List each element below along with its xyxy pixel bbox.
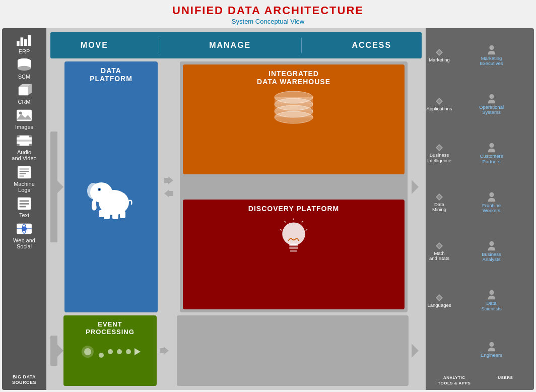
svg-point-61 bbox=[117, 349, 122, 354]
rp-row-marketing: Marketing MarketingExecutives bbox=[428, 31, 532, 79]
svg-point-47 bbox=[275, 111, 313, 123]
rp-footer: ANALYTIC TOOLS & APPS USERS bbox=[428, 374, 532, 387]
svg-rect-22 bbox=[20, 171, 29, 172]
svg-point-62 bbox=[126, 349, 131, 354]
svg-rect-1 bbox=[21, 37, 24, 46]
rp-user-math: BusinessAnalysts bbox=[452, 240, 531, 263]
bottom-row: EVENT PROCESSING bbox=[50, 315, 422, 386]
svg-rect-2 bbox=[24, 39, 27, 46]
sidebar-label-crm: CRM bbox=[18, 99, 30, 105]
svg-point-72 bbox=[489, 143, 494, 148]
rp-user-label-customers: CustomersPartners bbox=[480, 154, 503, 164]
svg-rect-24 bbox=[20, 175, 24, 176]
svg-rect-3 bbox=[28, 35, 31, 46]
main-container: UNIFIED DATA ARCHITECTURE System Concept… bbox=[0, 0, 536, 392]
rp-tool-datamining: DataMining bbox=[429, 192, 450, 213]
svg-rect-26 bbox=[20, 200, 29, 202]
user-icon-customers bbox=[486, 142, 497, 153]
svg-rect-18 bbox=[29, 144, 32, 146]
user-icon-business-analysts bbox=[486, 240, 497, 251]
sidebar-footer-text: BIG DATA SOURCES bbox=[12, 374, 36, 385]
header: UNIFIED DATA ARCHITECTURE System Concept… bbox=[0, 0, 536, 26]
diamond-datamining-icon bbox=[434, 192, 445, 202]
divider-1 bbox=[159, 38, 159, 53]
svg-rect-20 bbox=[18, 166, 31, 178]
rp-user-marketing: MarketingExecutives bbox=[452, 44, 531, 67]
rp-user-label-business-analysts: BusinessAnalysts bbox=[482, 252, 501, 263]
sidebar-item-text: Text bbox=[15, 196, 33, 218]
rp-user-label-operational: OperationalSystems bbox=[479, 105, 504, 115]
bar-chart-icon bbox=[15, 32, 33, 47]
sidebar-item-audio-video: Audioand Video bbox=[12, 133, 36, 161]
main-title: UNIFIED DATA ARCHITECTURE bbox=[0, 4, 536, 17]
rp-label-math: Mathand Stats bbox=[429, 251, 449, 262]
rp-label-bi: BusinessIntelligence bbox=[427, 153, 451, 163]
svg-point-48 bbox=[282, 222, 305, 245]
svg-point-60 bbox=[108, 349, 113, 354]
diamond-bi-icon bbox=[434, 143, 445, 152]
svg-point-7 bbox=[18, 58, 31, 63]
rp-user-applications: OperationalSystems bbox=[452, 93, 531, 115]
rp-label-languages: Languages bbox=[427, 303, 451, 308]
svg-point-58 bbox=[84, 348, 91, 355]
svg-point-36 bbox=[98, 189, 100, 190]
rp-tool-applications: Applications bbox=[429, 97, 450, 111]
discovery-panel: DISCOVERY PLATFORM bbox=[183, 200, 405, 309]
svg-point-6 bbox=[18, 66, 31, 71]
rp-user-label-marketing-exec: MarketingExecutives bbox=[480, 56, 503, 67]
sidebar-label-web-social: Web andSocial bbox=[13, 237, 35, 249]
rp-row-math: Mathand Stats BusinessAnalysts bbox=[428, 227, 532, 275]
right-panel: Marketing MarketingExecutives bbox=[426, 28, 534, 390]
divider-2 bbox=[301, 38, 302, 53]
rp-label-applications: Applications bbox=[426, 106, 452, 111]
svg-rect-15 bbox=[17, 136, 20, 138]
svg-rect-17 bbox=[17, 144, 20, 146]
svg-rect-0 bbox=[17, 41, 20, 46]
svg-rect-21 bbox=[20, 168, 29, 169]
svg-rect-8 bbox=[19, 87, 28, 96]
sidebar-item-web-social: Web andSocial bbox=[13, 221, 35, 249]
data-platform-label: DATA PLATFORM bbox=[70, 67, 153, 83]
center-content: MOVE MANAGE ACCESS DATA bbox=[46, 28, 426, 390]
rp-user-label-frontline: FrontlineWorkers bbox=[482, 203, 501, 214]
svg-rect-28 bbox=[20, 206, 26, 207]
svg-rect-16 bbox=[29, 136, 32, 138]
svg-rect-39 bbox=[120, 211, 125, 218]
rp-tool-languages: Languages bbox=[429, 293, 450, 308]
svg-rect-27 bbox=[20, 203, 29, 205]
log-icon bbox=[15, 165, 33, 180]
bulb-icon bbox=[276, 218, 311, 260]
sidebar-item-machine-logs: MachineLogs bbox=[14, 165, 35, 193]
cylinder-icon bbox=[15, 57, 33, 73]
rp-tool-marketing: Marketing bbox=[429, 48, 450, 62]
svg-point-78 bbox=[489, 241, 494, 246]
rp-user-engineers: Engineers bbox=[452, 341, 531, 358]
event-processing-icons bbox=[69, 342, 152, 362]
rp-footer-tools-label: ANALYTIC TOOLS & APPS bbox=[429, 375, 480, 386]
svg-line-56 bbox=[280, 229, 282, 230]
manage-label: MANAGE bbox=[209, 41, 251, 50]
cube-icon bbox=[15, 83, 33, 98]
social-icon bbox=[15, 221, 33, 236]
svg-line-53 bbox=[302, 221, 303, 223]
data-platform: DATA PLATFORM bbox=[64, 61, 158, 312]
elephant-icon bbox=[70, 88, 153, 307]
user-icon-data-scientists bbox=[486, 289, 497, 300]
top-bar: MOVE MANAGE ACCESS bbox=[50, 32, 422, 58]
diamond-marketing-icon bbox=[434, 48, 445, 57]
main-layout: ERP SCM bbox=[0, 26, 536, 392]
subtitle: System Conceptual View bbox=[0, 18, 536, 25]
sidebar-item-scm: SCM bbox=[15, 57, 33, 80]
sidebar-label-erp: ERP bbox=[19, 48, 30, 54]
rp-tool-math: Mathand Stats bbox=[429, 241, 450, 262]
sidebar-item-images: Images bbox=[15, 108, 33, 130]
sidebar-label-text: Text bbox=[19, 212, 29, 218]
svg-point-69 bbox=[489, 94, 494, 99]
left-sidebar: ERP SCM bbox=[2, 28, 46, 390]
svg-point-82 bbox=[489, 342, 494, 347]
rp-footer-users-label: USERS bbox=[480, 375, 531, 386]
rp-row-languages: Languages DataScientists bbox=[428, 277, 532, 324]
svg-marker-63 bbox=[135, 348, 141, 355]
svg-rect-50 bbox=[289, 247, 298, 249]
svg-line-54 bbox=[306, 229, 308, 230]
